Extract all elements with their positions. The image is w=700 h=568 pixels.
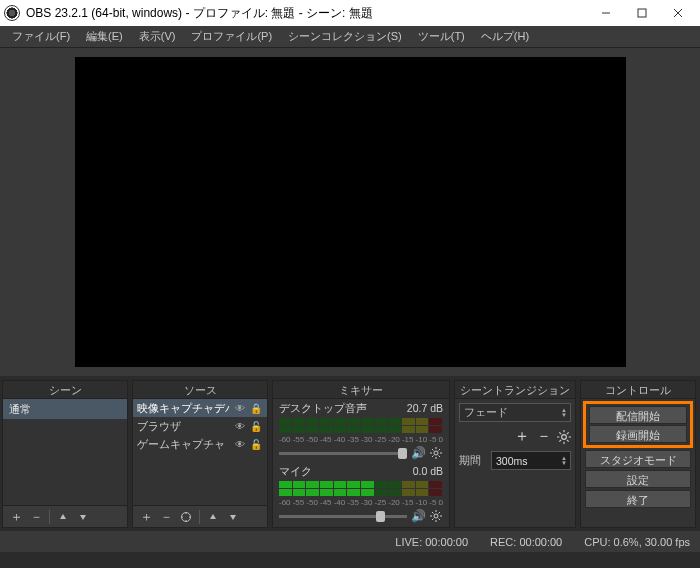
menu-profile[interactable]: プロファイル(P) — [183, 26, 280, 47]
highlighted-controls: 配信開始 録画開始 — [583, 401, 693, 448]
lock-icon[interactable]: 🔒 — [249, 403, 263, 414]
mixer-dock: ミキサー デスクトップ音声 20.7 dB -60-55-50-45-40-35… — [272, 380, 450, 528]
sources-dock: ソース 映像キャプチャデバイス 👁 🔒 ブラウザ 👁 🔓 ゲームキャプチャ 👁 … — [132, 380, 268, 528]
source-item[interactable]: ブラウザ 👁 🔓 — [133, 417, 267, 435]
source-item[interactable]: ゲームキャプチャ 👁 🔓 — [133, 435, 267, 453]
source-properties-button[interactable] — [177, 509, 195, 525]
source-down-button[interactable] — [224, 509, 242, 525]
source-remove-button[interactable]: － — [157, 509, 175, 525]
eye-icon[interactable]: 👁 — [233, 403, 247, 414]
speaker-icon[interactable]: 🔊 — [411, 446, 425, 460]
status-bar: LIVE: 00:00:00 REC: 00:00:00 CPU: 0.6%, … — [0, 530, 700, 552]
transition-selected: フェード — [464, 406, 508, 420]
scenes-title: シーン — [3, 381, 127, 399]
svg-point-4 — [562, 434, 567, 439]
transitions-dock: シーントランジション フェード ▲▼ ＋ － 期間 300ms ▲▼ — [454, 380, 576, 528]
source-up-button[interactable] — [204, 509, 222, 525]
mixer-channel-db: 0.0 dB — [413, 465, 443, 479]
start-recording-button[interactable]: 録画開始 — [589, 425, 687, 443]
settings-button[interactable]: 設定 — [585, 470, 691, 488]
volume-slider[interactable] — [279, 452, 407, 455]
docks-row: シーン 通常 ＋ － ソース 映像キャプチャデバイス 👁 🔒 ブラウザ 👁 🔓 — [0, 376, 700, 530]
lock-open-icon[interactable]: 🔓 — [249, 421, 263, 432]
source-item[interactable]: 映像キャプチャデバイス 👁 🔒 — [133, 399, 267, 417]
scene-remove-button[interactable]: － — [27, 509, 45, 525]
scene-add-button[interactable]: ＋ — [7, 509, 25, 525]
menu-scene-collection[interactable]: シーンコレクション(S) — [280, 26, 410, 47]
gear-icon[interactable] — [429, 446, 443, 460]
preview-area — [0, 48, 700, 376]
scene-item[interactable]: 通常 — [3, 399, 127, 419]
source-label: ブラウザ — [137, 419, 231, 434]
duration-label: 期間 — [459, 454, 489, 468]
studio-mode-button[interactable]: スタジオモード — [585, 450, 691, 468]
status-live: LIVE: 00:00:00 — [395, 536, 468, 548]
menu-help[interactable]: ヘルプ(H) — [473, 26, 537, 47]
mixer-channel-name: デスクトップ音声 — [279, 402, 367, 416]
eye-icon[interactable]: 👁 — [233, 439, 247, 450]
mixer-meter — [279, 418, 443, 433]
status-cpu: CPU: 0.6%, 30.00 fps — [584, 536, 690, 548]
speaker-icon[interactable]: 🔊 — [411, 509, 425, 523]
status-rec: REC: 00:00:00 — [490, 536, 562, 548]
svg-point-3 — [434, 514, 438, 518]
mixer-meter — [279, 481, 443, 496]
app-icon — [4, 5, 20, 21]
separator — [49, 510, 50, 524]
window-title: OBS 23.2.1 (64-bit, windows) - プロファイル: 無… — [26, 5, 588, 22]
close-button[interactable] — [660, 0, 696, 26]
transition-select[interactable]: フェード ▲▼ — [459, 403, 571, 422]
scene-down-button[interactable] — [74, 509, 92, 525]
svg-rect-0 — [638, 9, 646, 17]
scenes-footer: ＋ － — [3, 505, 127, 527]
menu-file[interactable]: ファイル(F) — [4, 26, 78, 47]
duration-value: 300ms — [496, 455, 528, 467]
transition-remove-button[interactable]: － — [535, 426, 553, 447]
svg-point-2 — [434, 451, 438, 455]
lock-open-icon[interactable]: 🔓 — [249, 439, 263, 450]
mixer-channel: マイク 0.0 dB -60-55-50-45-40-35-30-25-20-1… — [273, 462, 449, 525]
eye-icon[interactable]: 👁 — [233, 421, 247, 432]
menu-edit[interactable]: 編集(E) — [78, 26, 131, 47]
source-label: ゲームキャプチャ — [137, 437, 231, 452]
mixer-channel-db: 20.7 dB — [407, 402, 443, 416]
window-titlebar: OBS 23.2.1 (64-bit, windows) - プロファイル: 無… — [0, 0, 700, 26]
exit-button[interactable]: 終了 — [585, 490, 691, 508]
preview-canvas[interactable] — [75, 57, 626, 367]
mixer-ticks: -60-55-50-45-40-35-30-25-20-15-10-50 — [279, 498, 443, 507]
mixer-ticks: -60-55-50-45-40-35-30-25-20-15-10-50 — [279, 435, 443, 444]
maximize-button[interactable] — [624, 0, 660, 26]
volume-slider[interactable] — [279, 515, 407, 518]
separator — [199, 510, 200, 524]
transition-add-button[interactable]: ＋ — [513, 426, 531, 447]
menu-view[interactable]: 表示(V) — [131, 26, 184, 47]
minimize-button[interactable] — [588, 0, 624, 26]
transitions-title: シーントランジション — [455, 381, 575, 399]
source-label: 映像キャプチャデバイス — [137, 401, 231, 416]
scene-up-button[interactable] — [54, 509, 72, 525]
menu-bar: ファイル(F) 編集(E) 表示(V) プロファイル(P) シーンコレクション(… — [0, 26, 700, 48]
sources-title: ソース — [133, 381, 267, 399]
scenes-dock: シーン 通常 ＋ － — [2, 380, 128, 528]
start-streaming-button[interactable]: 配信開始 — [589, 406, 687, 424]
gear-icon[interactable] — [429, 509, 443, 523]
mixer-channel-name: マイク — [279, 465, 312, 479]
duration-input[interactable]: 300ms ▲▼ — [491, 451, 571, 470]
controls-dock: コントロール 配信開始 録画開始 スタジオモード 設定 終了 — [580, 380, 696, 528]
slider-thumb[interactable] — [376, 511, 385, 522]
menu-tools[interactable]: ツール(T) — [410, 26, 473, 47]
updown-icon: ▲▼ — [561, 456, 567, 466]
updown-icon: ▲▼ — [561, 408, 567, 418]
mixer-title: ミキサー — [273, 381, 449, 399]
sources-footer: ＋ － — [133, 505, 267, 527]
gear-icon[interactable] — [557, 430, 571, 444]
slider-thumb[interactable] — [398, 448, 407, 459]
source-add-button[interactable]: ＋ — [137, 509, 155, 525]
controls-title: コントロール — [581, 381, 695, 399]
mixer-channel: デスクトップ音声 20.7 dB -60-55-50-45-40-35-30-2… — [273, 399, 449, 462]
